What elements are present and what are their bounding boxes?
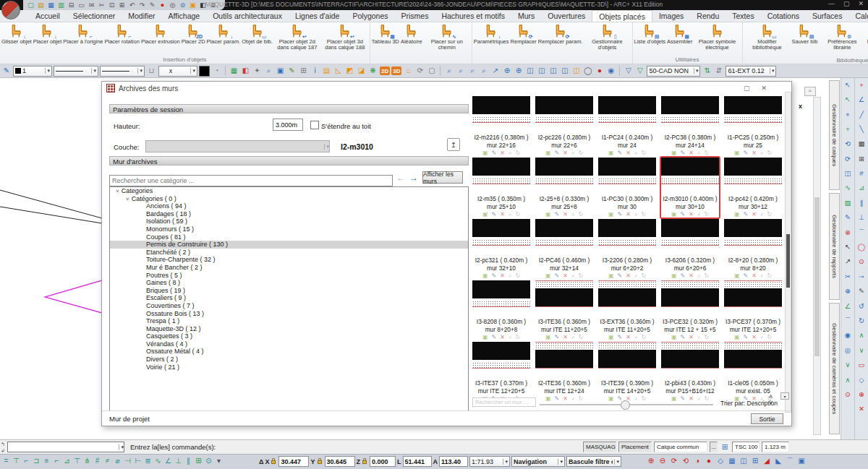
pen-style-icon[interactable]: ✎: [1, 66, 12, 76]
menu-tab-cotations[interactable]: Cotations: [761, 10, 806, 22]
print-preview-icon[interactable]: ▭: [77, 1, 86, 10]
wall-card-i3-pce32[interactable]: I3-PCE32 ( 0.320m )mur ITE 12 + 15 +5▣✎✕…: [660, 279, 720, 342]
card-edit-pencil-icon[interactable]: ✎: [617, 335, 622, 340]
menu-tab-prismes[interactable]: Prismes: [395, 10, 435, 22]
card-refresh-icon[interactable]: ↻: [641, 273, 646, 279]
card-zoom-icon[interactable]: ⌕: [697, 150, 700, 156]
redo-icon[interactable]: ↷: [137, 1, 147, 10]
hatch3-icon[interactable]: ◩: [344, 66, 355, 77]
card-zoom-icon[interactable]: ⌕: [697, 335, 700, 340]
snap-layers-icon[interactable]: ≡: [42, 456, 51, 466]
side-tab-gestionnaire-de-rapports[interactable]: Gestionnaire de rapports: [829, 193, 840, 300]
snap-equal-icon[interactable]: =: [1, 456, 11, 466]
category-item-casquettes-3[interactable]: Casquettes ( 3 ): [110, 332, 468, 340]
rotate-right-icon[interactable]: ⊕: [513, 66, 524, 77]
erase-icon[interactable]: ⊗: [843, 227, 854, 238]
mail-icon[interactable]: ✉: [87, 1, 96, 10]
card-delete-icon[interactable]: ✕: [500, 335, 505, 340]
snap-sharp-icon[interactable]: #: [93, 456, 102, 466]
ribbon-button-glisser-objet[interactable]: ↓Glisser objet: [1, 23, 33, 45]
grid-colors-icon[interactable]: ▦: [229, 66, 239, 77]
category-item-ossature-bois-13[interactable]: Ossature Bois ( 13 ): [110, 310, 468, 318]
menu-tab-outils-architecturaux[interactable]: Outils architecturaux: [206, 10, 289, 22]
category-item-toiture-charpente-32[interactable]: Toiture-Charpente ( 32 ): [110, 256, 468, 264]
pan-icon[interactable]: ↗: [490, 66, 501, 77]
card-delete-icon[interactable]: ✕: [500, 273, 505, 279]
wall-grid-scrollbar[interactable]: [785, 92, 791, 413]
thumbnail-size-slider[interactable]: [540, 404, 713, 405]
wall-card-i3-2206[interactable]: I3-2206 ( 0.280m )mur 6+20+2▣✎✕⌕↻: [597, 218, 658, 280]
menu-tab-ouvertures[interactable]: Ouvertures: [541, 10, 592, 22]
paste-icon[interactable]: ⊞: [117, 1, 127, 10]
card-edit-pencil-icon[interactable]: ✎: [680, 335, 685, 340]
card-select-checkbox[interactable]: ▣: [545, 212, 551, 218]
close-icon[interactable]: ✕: [858, 0, 864, 7]
snap-fork-icon[interactable]: ⋔: [82, 456, 92, 466]
wall-card-i2-m3010[interactable]: I2-m3010 ( 0.400m )mur 30+10▣✎✕⌕↻: [660, 156, 720, 219]
layer-full-icon[interactable]: ●: [704, 456, 714, 466]
chevron-down-icon[interactable]: ▾: [119, 444, 124, 450]
home-icon[interactable]: ⌂: [403, 66, 414, 77]
menu-tab-lignes-d-aide[interactable]: Lignes d'aide: [289, 10, 346, 22]
card-refresh-icon[interactable]: ↻: [578, 335, 583, 340]
card-refresh-icon[interactable]: ↻: [704, 150, 709, 156]
line-weight-icon[interactable]: ⊔: [146, 66, 157, 77]
minimize-icon[interactable]: —: [828, 0, 835, 7]
wall-card-i2-25-8[interactable]: I2-25+8 ( 0.330m )mur 25+8▣✎✕⌕↻: [534, 156, 595, 219]
wall-card-i2-pc226[interactable]: I2-pc226 ( 0.280m )mur 22+6▣✎✕⌕↻: [534, 95, 595, 158]
category-item-v-randas-4[interactable]: Vérandas ( 4 ): [110, 340, 468, 348]
card-refresh-icon[interactable]: ↻: [515, 150, 520, 156]
card-refresh-icon[interactable]: ↻: [704, 273, 709, 279]
snap-wave-icon[interactable]: ∿: [153, 456, 163, 466]
ribbon-button-pr-f-rences-librairie[interactable]: ⚙Préférences librairie: [818, 23, 866, 51]
card-refresh-icon[interactable]: ↻: [704, 396, 709, 402]
card-select-checkbox[interactable]: ▣: [608, 273, 614, 279]
move-icon[interactable]: ⌖: [843, 109, 854, 120]
card-edit-pencil-icon[interactable]: ✎: [554, 150, 559, 156]
rotate-ccw-icon[interactable]: ⟲: [843, 139, 854, 150]
card-edit-pencil-icon[interactable]: ✎: [680, 396, 685, 402]
card-refresh-icon[interactable]: ↻: [578, 273, 583, 279]
card-edit-pencil-icon[interactable]: ✎: [743, 273, 748, 279]
card-select-checkbox[interactable]: ▣: [608, 396, 614, 402]
ribbon-button-placer-rotation[interactable]: ⌐Placer rotation: [104, 23, 140, 45]
card-select-checkbox[interactable]: ▣: [734, 150, 740, 156]
card-delete-icon[interactable]: ✕: [752, 273, 757, 279]
snap-bars-icon[interactable]: ≣: [143, 456, 153, 466]
menu-tab-calques[interactable]: Calques: [848, 10, 868, 22]
snap-menu-icon[interactable]: ▾: [214, 456, 224, 466]
wall-card-i1-cle05[interactable]: I1-cle05 ( 0.050m )mur exist. 05▣✎✕⌕↻: [723, 340, 783, 403]
sketch-icon[interactable]: ✎: [856, 285, 867, 296]
ribbon-button-objet-de-bib[interactable]: ▭Objet de bib.: [241, 23, 273, 45]
sort-dropdown-button[interactable]: ▾: [780, 392, 789, 400]
card-edit-pencil-icon[interactable]: ✎: [554, 273, 559, 279]
card-edit-pencil-icon[interactable]: ✎: [743, 212, 748, 218]
card-select-checkbox[interactable]: ▣: [671, 150, 677, 156]
card-edit-pencil-icon[interactable]: ✎: [617, 150, 622, 156]
category-item-poutres-5[interactable]: Poutres ( 5 ): [110, 272, 468, 280]
swap-up-icon[interactable]: ⇅: [702, 66, 712, 77]
redo-small-icon[interactable]: ↻: [856, 315, 867, 326]
card-delete-icon[interactable]: ✕: [563, 273, 568, 279]
red-dot-icon[interactable]: ●: [594, 66, 605, 77]
wall-card-i2-pc38[interactable]: I2-PC38 ( 0.380m )mur 24+14▣✎✕⌕↻: [660, 95, 720, 158]
layer-tool-icon[interactable]: ⊞: [720, 442, 730, 452]
card-zoom-icon[interactable]: ⌕: [571, 335, 574, 340]
pointer-icon[interactable]: ↖: [843, 241, 854, 252]
chevron-down-icon[interactable]: ∨: [856, 345, 867, 356]
wall-card-i3-pce37[interactable]: I3-PCE37 ( 0.370m )mur ITE 12+20+5▣✎✕⌕↻: [723, 279, 783, 342]
card-edit-pencil-icon[interactable]: ✎: [617, 212, 622, 218]
arc-icon[interactable]: ⌒: [843, 315, 854, 326]
wall-card-i2-pbi43[interactable]: I2-pbi43 ( 0.430m )mur P15+B16+I12▣✎✕⌕↻: [660, 340, 720, 403]
snap-turn-icon[interactable]: ⌐: [22, 456, 31, 466]
hatch4-icon[interactable]: ◪: [356, 66, 367, 77]
new-file-icon[interactable]: ▢: [26, 1, 35, 10]
card-select-checkbox[interactable]: ▣: [545, 335, 551, 340]
command-input[interactable]: ▾: [7, 442, 124, 452]
card-delete-icon[interactable]: ✕: [500, 150, 505, 156]
card-select-checkbox[interactable]: ▣: [734, 273, 740, 279]
card-zoom-icon[interactable]: ⌕: [697, 212, 700, 218]
cube-icon[interactable]: ▣: [275, 66, 286, 77]
card-zoom-icon[interactable]: ⌕: [760, 335, 763, 340]
category-item-anciens-94[interactable]: Anciens ( 94 ): [110, 202, 468, 210]
